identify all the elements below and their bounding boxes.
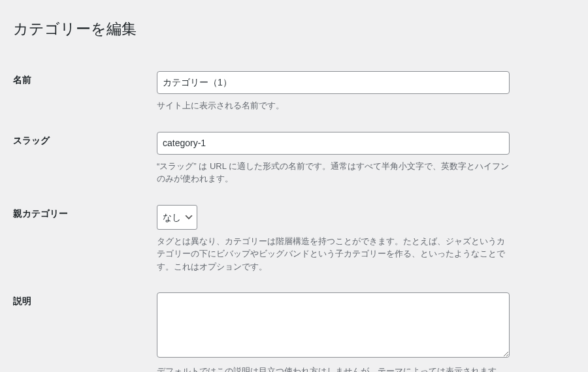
parent-label: 親カテゴリー xyxy=(13,195,157,283)
name-label: 名前 xyxy=(13,61,157,122)
description-label: 説明 xyxy=(13,283,157,372)
description-help: デフォルトではこの説明は目立つ使われ方はしませんが、テーマによっては表示されます… xyxy=(157,365,510,372)
slug-description: “スラッグ” は URL に適した形式の名前です。通常はすべて半角小文字で、英数… xyxy=(157,160,510,185)
edit-category-form: 名前 サイト上に表示される名前です。 スラッグ “スラッグ” は URL に適し… xyxy=(13,61,575,372)
parent-select[interactable]: なし xyxy=(157,205,197,230)
page-title: カテゴリーを編集 xyxy=(13,13,575,42)
parent-description: タグとは異なり、カテゴリーは階層構造を持つことができます。たとえば、ジャズという… xyxy=(157,235,510,273)
description-textarea[interactable] xyxy=(157,292,510,358)
name-input[interactable] xyxy=(157,71,510,94)
slug-input[interactable] xyxy=(157,132,510,155)
slug-label: スラッグ xyxy=(13,122,157,195)
name-description: サイト上に表示される名前です。 xyxy=(157,99,510,112)
